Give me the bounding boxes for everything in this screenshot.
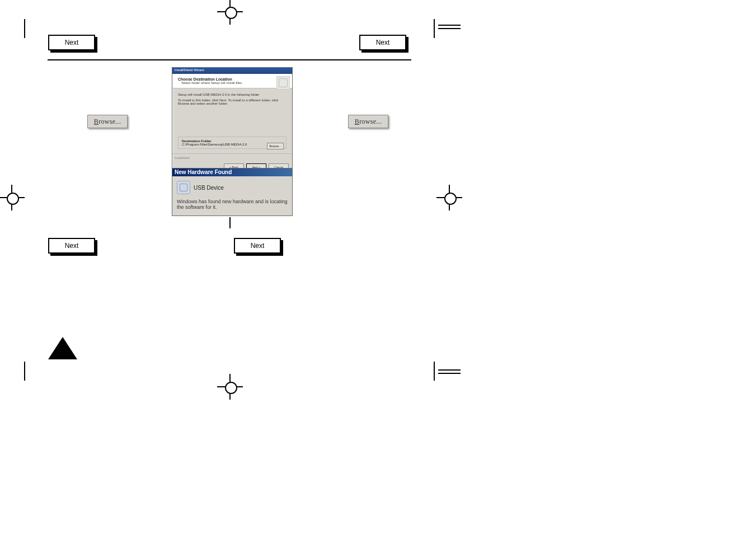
crop-mark-bottom [217, 374, 243, 400]
guide-mark [229, 217, 231, 228]
crop-line [438, 369, 461, 371]
crop-mark-left [0, 185, 25, 210]
crop-mark-right [436, 185, 462, 210]
browse-button[interactable]: Browse... [348, 115, 388, 128]
label: Next [65, 242, 79, 250]
label: Next [376, 39, 390, 46]
crop-line [438, 373, 461, 374]
label: rowse... [98, 118, 121, 126]
label: Next [251, 242, 265, 250]
dialog-body: Setup will install USB MEDIA 2.0 in the … [172, 88, 292, 137]
label: rowse... [359, 118, 382, 126]
crop-line [24, 19, 25, 38]
installer-logo-icon [276, 76, 290, 90]
warning-triangle-icon [48, 337, 77, 359]
dialog-subheading: Select folder where Setup will install f… [178, 81, 288, 85]
crop-line [438, 28, 461, 29]
dialog-titlebar: InstallShield Wizard [172, 68, 292, 74]
new-hardware-dialog: New Hardware Found USB Device Windows ha… [172, 168, 293, 216]
divider [48, 59, 411, 60]
next-button[interactable]: Next [359, 35, 406, 50]
crop-mark-top [217, 0, 243, 25]
body-text: To install to this folder, click Next. T… [178, 99, 287, 105]
destination-group: Destination Folder C:\Program Files\Sams… [178, 137, 287, 149]
body-text: Setup will install USB MEDIA 2.0 in the … [178, 93, 287, 96]
mnemonic-b: B [355, 118, 359, 126]
browse-button[interactable]: Browse... [87, 115, 128, 128]
next-button[interactable]: Next [48, 35, 95, 50]
crop-line [434, 19, 435, 38]
status-message: Windows has found new hardware and is lo… [172, 199, 292, 216]
hardware-icon [177, 181, 190, 194]
label: Next [65, 39, 79, 46]
crop-line [434, 362, 435, 381]
brand-label: InstallShield [172, 156, 292, 161]
browse-button[interactable]: Browse... [267, 143, 284, 149]
next-button[interactable]: Next [234, 238, 281, 254]
crop-line [438, 25, 461, 26]
divider [172, 153, 292, 154]
installshield-dialog: InstallShield Wizard Choose Destination … [172, 67, 293, 175]
device-name: USB Device [194, 185, 224, 191]
mnemonic-b: B [94, 118, 98, 126]
dialog-heading: Choose Destination Location [178, 77, 288, 81]
dialog-header: Choose Destination Location Select folde… [172, 74, 292, 88]
crop-line [24, 362, 25, 381]
dialog-titlebar: New Hardware Found [172, 168, 292, 176]
next-button[interactable]: Next [48, 238, 95, 254]
